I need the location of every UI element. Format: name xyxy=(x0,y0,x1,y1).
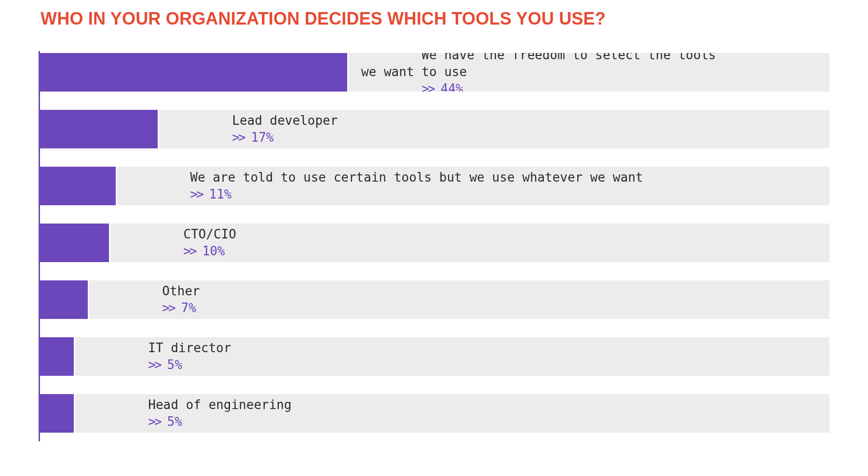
separator-glyph: >> xyxy=(162,301,174,315)
bar-label: We have the freedom to select the tools … xyxy=(361,53,716,92)
separator-glyph: >> xyxy=(232,130,244,145)
bar-fill xyxy=(40,337,75,376)
bar-label: CTO/CIO >>10% xyxy=(123,224,236,262)
bar-category-text: Lead developer xyxy=(232,113,338,128)
bar-label: IT director >>5% xyxy=(88,337,231,376)
bar-value-text: 44% xyxy=(441,82,463,92)
bar-fill xyxy=(40,167,117,205)
bar-label: Head of engineering >>5% xyxy=(88,394,292,433)
bar-fill xyxy=(40,110,159,148)
bar-row: IT director >>5% xyxy=(40,337,829,376)
bar-category-text: IT director xyxy=(148,341,231,355)
bar-fill xyxy=(40,394,75,433)
bar-row: We have the freedom to select the tools … xyxy=(40,53,829,92)
separator-glyph: >> xyxy=(421,82,434,92)
bar-value-text: 5% xyxy=(167,357,182,372)
bar-category-text: We are told to use certain tools but we … xyxy=(190,170,643,185)
bar-row: Lead developer >>17% xyxy=(40,110,829,148)
separator-glyph: >> xyxy=(183,244,195,258)
bar-value-text: 17% xyxy=(251,130,274,145)
chart-title: WHO IN YOUR ORGANIZATION DECIDES WHICH T… xyxy=(41,9,829,29)
bar-fill xyxy=(40,280,89,319)
bar-category-text: We have the freedom to select the tools … xyxy=(361,53,716,79)
bar-value-text: 7% xyxy=(181,301,196,315)
bar-category-text: Other xyxy=(162,284,200,298)
bar-row: We are told to use certain tools but we … xyxy=(40,167,829,205)
separator-glyph: >> xyxy=(190,187,202,201)
separator-glyph: >> xyxy=(148,414,160,429)
bar-label: Lead developer >>17% xyxy=(172,110,338,148)
chart-container: WHO IN YOUR ORGANIZATION DECIDES WHICH T… xyxy=(0,9,868,441)
bar-value-text: 11% xyxy=(209,187,232,201)
bar-row: Head of engineering >>5% xyxy=(40,394,829,433)
bar-chart: We have the freedom to select the tools … xyxy=(39,51,829,441)
bar-fill xyxy=(40,53,349,92)
bar-category-text: Head of engineering xyxy=(148,397,291,412)
bar-value-text: 10% xyxy=(203,244,225,258)
bar-label: Other >>7% xyxy=(102,280,200,319)
bar-value-text: 5% xyxy=(167,414,182,429)
bar-row: CTO/CIO >>10% xyxy=(40,224,829,262)
bar-row: Other >>7% xyxy=(40,280,829,319)
bar-category-text: CTO/CIO xyxy=(183,227,236,241)
bar-label: We are told to use certain tools but we … xyxy=(130,167,643,205)
bar-fill xyxy=(40,224,110,262)
separator-glyph: >> xyxy=(148,357,160,372)
